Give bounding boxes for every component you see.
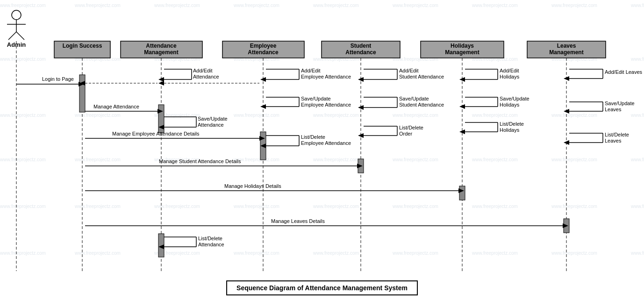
admin-actor-leg-left (8, 32, 16, 40)
svg-text:www.freeprojectz.com: www.freeprojectz.com (392, 3, 438, 8)
svg-text:www.freeprojectz.com: www.freeprojectz.com (630, 251, 644, 256)
svg-text:www.freeprojectz.com: www.freeprojectz.com (392, 251, 438, 256)
svg-text:www.freeprojectz.com: www.freeprojectz.com (472, 204, 518, 209)
svg-text:www.freeprojectz.com: www.freeprojectz.com (551, 251, 597, 256)
attendance-mgmt-label1: Attendance (146, 43, 177, 49)
svg-text:www.freeprojectz.com: www.freeprojectz.com (630, 204, 644, 209)
svg-text:www.freeprojectz.com: www.freeprojectz.com (0, 251, 46, 256)
msg-save-leaves-label2: Leaves (605, 107, 622, 112)
login-success-label: Login Success (63, 43, 102, 49)
msg-list-emp-label2: Employee Attendance (301, 140, 351, 146)
svg-text:www.freeprojectz.com: www.freeprojectz.com (233, 3, 279, 8)
svg-text:www.freeprojectz.com: www.freeprojectz.com (0, 3, 46, 8)
msg-add-student-label1: Add/Edit (399, 68, 419, 73)
svg-text:www.freeprojectz.com: www.freeprojectz.com (630, 3, 644, 8)
employee-attendance-label2: Attendance (248, 49, 279, 56)
svg-text:www.freeprojectz.com: www.freeprojectz.com (74, 113, 121, 118)
msg-add-edit-emp-label1: Add/Edit (301, 68, 321, 73)
student-attendance-label1: Student (351, 43, 372, 49)
svg-text:www.freeprojectz.com: www.freeprojectz.com (551, 157, 597, 162)
svg-text:www.freeprojectz.com: www.freeprojectz.com (154, 204, 200, 209)
employee-attendance-label1: Employee (250, 43, 277, 49)
msg-manage-emp-label: Manage Employee Attendance Details (112, 131, 200, 136)
msg-add-edit-attendance-label1: Add/Edit (193, 68, 213, 73)
msg-manage-holidays-label: Manage Holidays Details (224, 183, 281, 189)
msg-list-leaves-label1: List/Delete (605, 132, 629, 137)
msg-save-student-label2: Student Attendance (399, 102, 444, 108)
svg-text:www.freeprojectz.com: www.freeprojectz.com (74, 3, 121, 8)
msg-list-emp-label1: List/Delete (301, 134, 325, 140)
svg-text:www.freeprojectz.com: www.freeprojectz.com (313, 157, 359, 162)
msg-save-holidays-label2: Holidays (500, 102, 520, 108)
svg-text:www.freeprojectz.com: www.freeprojectz.com (472, 3, 518, 8)
msg-add-holidays-label2: Holidays (500, 74, 520, 79)
msg-save-leaves-label1: Save/Update (605, 100, 635, 106)
holidays-mgmt-activation (459, 186, 465, 200)
svg-text:www.freeprojectz.com: www.freeprojectz.com (0, 57, 46, 62)
msg-save-emp-label2: Employee Attendance (301, 102, 351, 108)
msg-save-student-label1: Save/Update (399, 96, 429, 101)
admin-actor-head (12, 10, 21, 20)
svg-text:www.freeprojectz.com: www.freeprojectz.com (0, 204, 46, 209)
holidays-mgmt-label2: Management (445, 49, 479, 56)
svg-text:www.freeprojectz.com: www.freeprojectz.com (74, 157, 121, 162)
svg-text:www.freeprojectz.com: www.freeprojectz.com (630, 157, 644, 162)
svg-text:www.freeprojectz.com: www.freeprojectz.com (472, 113, 518, 118)
svg-text:www.freeprojectz.com: www.freeprojectz.com (392, 204, 438, 209)
msg-add-leaves-label: Add/Edit Leaves (605, 69, 643, 75)
svg-text:www.freeprojectz.com: www.freeprojectz.com (74, 204, 121, 209)
msg-list-student-label1: List/Delete (399, 125, 423, 130)
svg-text:www.freeprojectz.com: www.freeprojectz.com (233, 204, 279, 209)
msg-add-edit-emp-label2: Employee Attendance (301, 74, 351, 79)
svg-text:www.freeprojectz.com: www.freeprojectz.com (313, 251, 359, 256)
msg-manage-student-label: Manage Student Attendance Details (159, 158, 241, 164)
diagram-canvas: www.freeprojectz.com www.freeprojectz.co… (0, 0, 644, 301)
svg-text:www.freeprojectz.com: www.freeprojectz.com (630, 113, 644, 118)
svg-text:www.freeprojectz.com: www.freeprojectz.com (74, 251, 121, 256)
msg-save-holidays-label1: Save/Update (500, 96, 530, 101)
student-attendance-label2: Attendance (345, 49, 376, 56)
msg-login-to-page-label: Login to Page (42, 76, 74, 82)
msg-add-student-label2: Student Attendance (399, 74, 444, 79)
svg-text:www.freeprojectz.com: www.freeprojectz.com (233, 251, 279, 256)
svg-text:www.freeprojectz.com: www.freeprojectz.com (233, 113, 279, 118)
svg-text:www.freeprojectz.com: www.freeprojectz.com (313, 113, 359, 118)
msg-list-student-label2: Order (399, 131, 412, 136)
msg-save-update-attendance-label1: Save/Update (198, 116, 228, 122)
msg-list-leaves-label2: Leaves (605, 138, 622, 143)
msg-list-attendance-label2: Attendance (198, 242, 224, 247)
msg-add-holidays-label1: Add/Edit (500, 68, 519, 73)
msg-list-holidays-label1: List/Delete (500, 121, 524, 127)
svg-text:www.freeprojectz.com: www.freeprojectz.com (313, 3, 359, 8)
svg-text:www.freeprojectz.com: www.freeprojectz.com (392, 157, 438, 162)
leaves-mgmt-label1: Leaves (557, 43, 576, 49)
svg-text:www.freeprojectz.com: www.freeprojectz.com (313, 204, 359, 209)
msg-list-holidays-label2: Holidays (500, 127, 520, 133)
admin-actor-leg-right (16, 32, 24, 40)
svg-text:www.freeprojectz.com: www.freeprojectz.com (154, 3, 200, 8)
msg-save-update-attendance-label2: Attendance (198, 122, 224, 128)
msg-list-attendance-label1: List/Delete (198, 236, 222, 241)
attendance-mgmt-label2: Management (144, 49, 178, 56)
svg-text:www.freeprojectz.com: www.freeprojectz.com (0, 157, 46, 162)
msg-add-edit-attendance-label2: Attendance (193, 74, 219, 79)
msg-manage-attendance-label: Manage Attendance (93, 104, 139, 109)
diagram-title: Sequence Diagram of Attendance Managemen… (226, 280, 418, 295)
svg-text:www.freeprojectz.com: www.freeprojectz.com (472, 251, 518, 256)
svg-text:www.freeprojectz.com: www.freeprojectz.com (392, 113, 438, 118)
msg-save-emp-label1: Save/Update (301, 96, 331, 101)
svg-text:www.freeprojectz.com: www.freeprojectz.com (551, 113, 597, 118)
login-success-activation (79, 75, 85, 112)
holidays-mgmt-label1: Holidays (451, 43, 474, 49)
svg-text:www.freeprojectz.com: www.freeprojectz.com (0, 113, 46, 118)
svg-text:www.freeprojectz.com: www.freeprojectz.com (551, 204, 597, 209)
svg-text:www.freeprojectz.com: www.freeprojectz.com (630, 57, 644, 62)
svg-text:www.freeprojectz.com: www.freeprojectz.com (551, 3, 597, 8)
leaves-mgmt-label2: Management (549, 49, 583, 56)
msg-manage-leaves-label: Manage Leaves Details (271, 218, 325, 224)
svg-text:www.freeprojectz.com: www.freeprojectz.com (472, 157, 518, 162)
